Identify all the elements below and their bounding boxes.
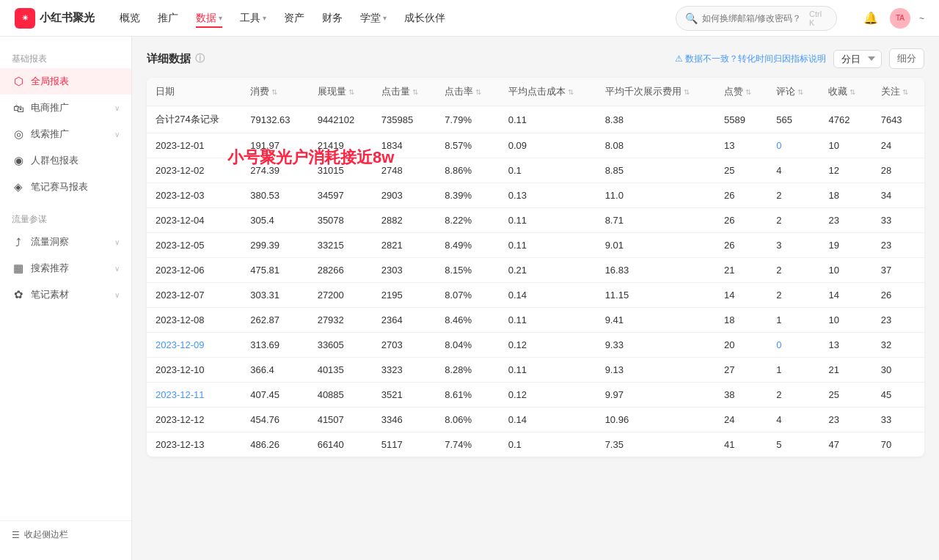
- row-cell-likes: 13: [715, 133, 767, 158]
- row-cell-ctr: 8.07%: [436, 283, 499, 308]
- row-cell-impressions: 33605: [309, 333, 373, 358]
- row-cell-spend: 303.31: [241, 283, 308, 308]
- sidebar-item-leads[interactable]: ◎ 线索推广 ∨: [0, 121, 131, 147]
- search-input[interactable]: [702, 13, 805, 23]
- col-clicks[interactable]: 点击量⇅: [373, 78, 436, 106]
- nav-partner[interactable]: 成长伙伴: [404, 9, 445, 28]
- avatar[interactable]: TA: [890, 8, 910, 29]
- col-comments[interactable]: 评论⇅: [767, 78, 819, 106]
- sidebar-item-audience[interactable]: ◉ 人群包报表: [0, 147, 131, 174]
- nav-promote[interactable]: 推广: [158, 9, 178, 28]
- summary-cell-cpc: 0.11: [500, 106, 596, 133]
- nav-tools-chevron: ▾: [263, 14, 266, 22]
- row-cell-cpc: 0.1: [500, 158, 596, 183]
- detail-info-icon[interactable]: ⓘ: [195, 52, 205, 65]
- row-cell-likes: 38: [715, 383, 767, 408]
- row-cell-spend: 313.69: [241, 333, 308, 358]
- global-report-icon: ⬡: [12, 75, 25, 88]
- col-cpm[interactable]: 平均千次展示费用⇅: [596, 78, 715, 106]
- row-cell-impressions: 66140: [309, 432, 373, 457]
- detail-header: 详细数据 ⓘ ⚠ 数据不一致？转化时间归因指标说明 分日 分周 分月 细分: [147, 48, 924, 69]
- table-header: 日期 消费⇅ 展现量⇅ 点击量⇅ 点击率⇅ 平均点击成本⇅ 平均千次展示费用⇅ …: [147, 78, 924, 106]
- row-cell-date[interactable]: 2023-12-07: [147, 283, 241, 308]
- row-cell-date[interactable]: 2023-12-01: [147, 133, 241, 158]
- nav-finance[interactable]: 财务: [322, 9, 343, 28]
- row-cell-clicks: 1834: [373, 133, 436, 158]
- detail-title: 详细数据 ⓘ: [147, 52, 205, 66]
- summary-cell-follows: 7643: [872, 106, 924, 133]
- nav-academy[interactable]: 学堂 ▾: [360, 9, 387, 28]
- sidebar-item-global-report[interactable]: ⬡ 全局报表: [0, 68, 131, 95]
- notification-icon[interactable]: 🔔: [861, 8, 881, 29]
- row-cell-date[interactable]: 2023-12-06: [147, 258, 241, 283]
- col-cpc[interactable]: 平均点击成本⇅: [500, 78, 596, 106]
- row-cell-ctr: 8.46%: [436, 308, 499, 333]
- row-cell-date[interactable]: 2023-12-05: [147, 233, 241, 258]
- summary-cell-cpm: 8.38: [596, 106, 715, 133]
- col-favorites[interactable]: 收藏⇅: [819, 78, 872, 106]
- sidebar-section-basic: 基础报表: [0, 48, 131, 68]
- row-cell-date[interactable]: 2023-12-03: [147, 183, 241, 208]
- time-filter-select[interactable]: 分日 分周 分月: [833, 50, 882, 68]
- row-cell-favorites: 12: [819, 158, 872, 183]
- col-follows[interactable]: 关注⇅: [872, 78, 924, 106]
- col-spend[interactable]: 消费⇅: [241, 78, 308, 106]
- row-cell-cpm: 8.85: [596, 158, 715, 183]
- sidebar-item-notes-race[interactable]: ◈ 笔记赛马报表: [0, 174, 131, 200]
- col-ctr[interactable]: 点击率⇅: [436, 78, 499, 106]
- row-cell-date[interactable]: 2023-12-08: [147, 308, 241, 333]
- summary-cell-clicks: 735985: [373, 106, 436, 133]
- sidebar-item-search-recommend[interactable]: ▦ 搜索推荐 ∨: [0, 255, 131, 281]
- row-cell-ctr: 8.49%: [436, 233, 499, 258]
- nav-overview[interactable]: 概览: [120, 9, 140, 28]
- row-cell-spend: 475.81: [241, 258, 308, 283]
- row-cell-follows: 34: [872, 183, 924, 208]
- row-cell-likes: 18: [715, 308, 767, 333]
- row-cell-comments: 1: [767, 308, 819, 333]
- summary-cell-date: 合计274条记录: [147, 106, 241, 133]
- notes-material-icon: ✿: [12, 288, 25, 301]
- row-cell-date[interactable]: 2023-12-10: [147, 358, 241, 383]
- row-cell-date[interactable]: 2023-12-04: [147, 208, 241, 233]
- row-cell-date[interactable]: 2023-12-02: [147, 158, 241, 183]
- row-cell-date[interactable]: 2023-12-09: [147, 333, 241, 358]
- nav-data[interactable]: 数据 ▾: [196, 9, 222, 28]
- nav-assets[interactable]: 资产: [284, 9, 304, 28]
- row-cell-cpc: 0.11: [500, 208, 596, 233]
- row-cell-ctr: 8.57%: [436, 133, 499, 158]
- row-cell-ctr: 8.86%: [436, 158, 499, 183]
- row-cell-date[interactable]: 2023-12-13: [147, 432, 241, 457]
- row-cell-follows: 24: [872, 133, 924, 158]
- col-impressions[interactable]: 展现量⇅: [309, 78, 373, 106]
- row-cell-follows: 70: [872, 432, 924, 457]
- data-warn-link[interactable]: ⚠ 数据不一致？转化时间归因指标说明: [675, 53, 826, 65]
- sidebar-item-label-ecommerce: 电商推广: [31, 101, 109, 114]
- row-cell-follows: 33: [872, 408, 924, 432]
- search-bar[interactable]: 🔍 Ctrl K: [676, 6, 837, 31]
- row-cell-comments: 5: [767, 432, 819, 457]
- row-cell-ctr: 8.39%: [436, 183, 499, 208]
- col-likes[interactable]: 点赞⇅: [715, 78, 767, 106]
- row-cell-follows: 23: [872, 308, 924, 333]
- row-cell-cpm: 7.35: [596, 432, 715, 457]
- summary-cell-spend: 79132.63: [241, 106, 308, 133]
- row-cell-comments: 0: [767, 133, 819, 158]
- collapse-sidebar-button[interactable]: ☰ 收起侧边栏: [0, 520, 131, 548]
- sidebar-item-notes-material[interactable]: ✿ 笔记素材 ∨: [0, 281, 131, 308]
- row-cell-impressions: 33215: [309, 233, 373, 258]
- row-cell-follows: 37: [872, 258, 924, 283]
- row-cell-clicks: 2748: [373, 158, 436, 183]
- nav-tools[interactable]: 工具 ▾: [240, 9, 266, 28]
- sidebar-item-traffic-insight[interactable]: ⤴ 流量洞察 ∨: [0, 229, 131, 255]
- row-cell-cpm: 9.01: [596, 233, 715, 258]
- row-cell-impressions: 27932: [309, 308, 373, 333]
- collapse-label: 收起侧边栏: [24, 528, 68, 541]
- row-cell-date[interactable]: 2023-12-11: [147, 383, 241, 408]
- row-cell-favorites: 25: [819, 383, 872, 408]
- row-cell-ctr: 8.22%: [436, 208, 499, 233]
- search-recommend-icon: ▦: [12, 262, 25, 275]
- row-cell-comments: 4: [767, 158, 819, 183]
- sidebar-item-ecommerce[interactable]: 🛍 电商推广 ∨: [0, 95, 131, 121]
- search-chevron: ∨: [114, 265, 120, 273]
- row-cell-date[interactable]: 2023-12-12: [147, 408, 241, 432]
